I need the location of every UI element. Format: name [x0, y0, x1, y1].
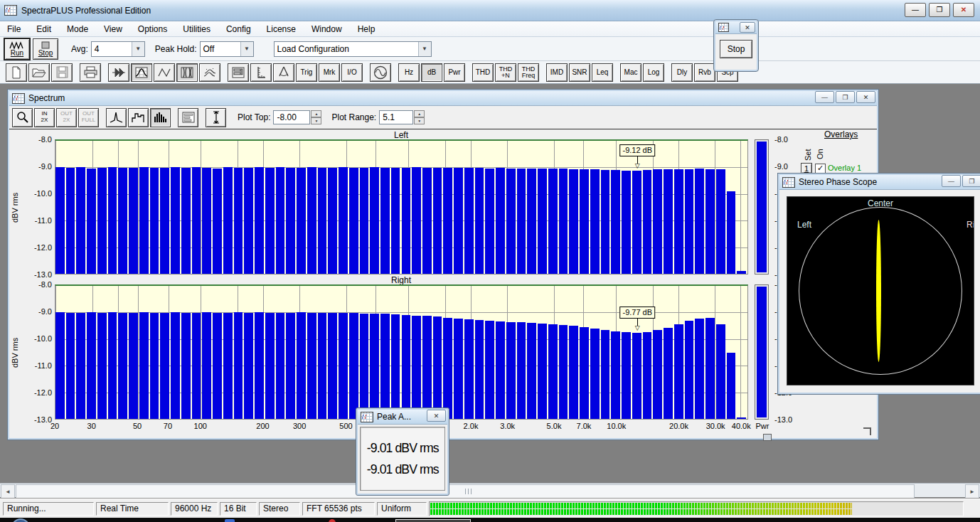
db-button[interactable]: dB: [421, 63, 442, 82]
leq-button[interactable]: Leq: [592, 63, 613, 82]
menu-file[interactable]: File: [7, 24, 21, 34]
avg-label: Avg:: [71, 44, 88, 54]
minimize-icon[interactable]: —: [905, 3, 926, 17]
spectrum-bar: [422, 316, 432, 419]
control-panel-button[interactable]: [228, 63, 249, 82]
horizontal-scrollbar[interactable]: ◄ ►: [0, 483, 980, 497]
open-file-button[interactable]: [28, 63, 50, 82]
menu-options[interactable]: Options: [138, 24, 167, 34]
maximize-icon[interactable]: ❐: [962, 175, 980, 187]
minimize-icon[interactable]: —: [942, 175, 961, 187]
delay-button[interactable]: Dly: [671, 63, 693, 82]
avg-combo[interactable]: 4 ▼: [91, 41, 145, 57]
vertical-scale-button[interactable]: [206, 108, 226, 127]
minimize-icon[interactable]: —: [815, 91, 834, 103]
pwr-button[interactable]: Pwr: [444, 63, 465, 82]
zoom-out-full-button[interactable]: OUT FULL: [78, 108, 99, 127]
thd-button[interactable]: THD: [472, 63, 494, 82]
spectrum-titlebar[interactable]: Spectrum: [9, 91, 877, 106]
spectrum-bar: [422, 168, 432, 274]
plot-top-spinner[interactable]: ▲▼: [311, 110, 321, 124]
imd-button[interactable]: IMD: [546, 63, 568, 82]
left-channel-plot[interactable]: -9.12 dB▽: [55, 139, 748, 275]
snr-button[interactable]: SNR: [569, 63, 590, 82]
x-tick-label: 200: [256, 422, 269, 430]
menu-utilities[interactable]: Utilities: [183, 24, 211, 34]
zoom-button[interactable]: [12, 108, 33, 127]
chevron-down-icon[interactable]: ▼: [132, 42, 144, 56]
close-icon[interactable]: ✕: [953, 3, 974, 17]
log-button[interactable]: Log: [643, 63, 664, 82]
spectrum-bar: [433, 168, 442, 274]
right-channel-plot[interactable]: -9.77 dB▽: [55, 284, 748, 420]
recorder-stop-button[interactable]: Stop: [720, 40, 752, 58]
stop-button[interactable]: Stop: [33, 38, 58, 60]
maximize-icon[interactable]: ❐: [836, 91, 855, 103]
menu-view[interactable]: View: [104, 24, 122, 34]
step-plot-button[interactable]: [128, 108, 149, 127]
menu-mode[interactable]: Mode: [67, 24, 88, 34]
scroll-left-icon[interactable]: ◄: [1, 484, 15, 499]
fast-forward-button[interactable]: [108, 63, 129, 82]
maximize-icon[interactable]: ❐: [929, 3, 950, 17]
save-button[interactable]: [51, 63, 73, 82]
zoom-out-2x-button[interactable]: OUT 2X: [56, 108, 77, 127]
menu-license[interactable]: License: [267, 24, 296, 34]
close-icon[interactable]: ✕: [427, 410, 446, 422]
menu-config[interactable]: Config: [226, 24, 251, 34]
macro-button[interactable]: Mac: [620, 63, 641, 82]
menu-help[interactable]: Help: [358, 24, 376, 34]
run-button[interactable]: Run: [4, 38, 30, 60]
menu-edit[interactable]: Edit: [36, 24, 51, 34]
line-plot-button[interactable]: [106, 108, 127, 127]
menu-window[interactable]: Window: [311, 24, 342, 34]
signal-generator-button[interactable]: [370, 63, 391, 82]
new-file-button[interactable]: [6, 63, 27, 82]
taskbar-app-icon[interactable]: [329, 519, 336, 522]
trigger-button[interactable]: Trig: [296, 63, 317, 82]
plot-top-input[interactable]: -8.00: [273, 110, 310, 124]
pwr-corner-grip[interactable]: [763, 434, 772, 441]
chevron-down-icon[interactable]: ▼: [240, 42, 253, 56]
close-icon[interactable]: ✕: [856, 91, 875, 103]
window-resize-grip[interactable]: [863, 427, 871, 435]
close-icon[interactable]: ✕: [740, 22, 755, 33]
spectrum-bar: [653, 330, 662, 419]
spectrum-view-button[interactable]: [131, 63, 152, 82]
plot-range-spinner[interactable]: ▲▼: [414, 110, 425, 124]
taskbar-active-app[interactable]: [395, 519, 471, 522]
thd-freq-button[interactable]: THD Freq: [518, 63, 539, 82]
chevron-down-icon[interactable]: ▼: [418, 42, 431, 56]
scrollbar-thumb[interactable]: [16, 484, 915, 499]
plot-options-button[interactable]: [178, 108, 198, 127]
plot-range-input[interactable]: 5.1: [379, 110, 413, 124]
spectrum-bar: [485, 169, 494, 274]
y-tick-label: -8.0: [38, 135, 52, 144]
x-tick-label: 30.0k: [706, 422, 725, 430]
spectrum-bar: [339, 313, 348, 419]
ruler-scale-button[interactable]: [250, 63, 272, 82]
load-configuration-combo[interactable]: Load Configuration ▼: [274, 41, 432, 57]
marker-button[interactable]: Mrk: [319, 63, 340, 82]
spectrum-bar: [664, 169, 673, 274]
x-tick-label: 5.0k: [547, 422, 562, 430]
taskbar-app-icon[interactable]: [225, 519, 235, 522]
thd-n-button[interactable]: THD +N: [495, 63, 516, 82]
waveform-view-button[interactable]: [154, 63, 175, 82]
print-button[interactable]: [80, 63, 101, 82]
left-y-axis-label: dBV rms: [11, 172, 19, 243]
spectrum-bar: [601, 330, 610, 419]
overlay-1-set-button[interactable]: 1: [801, 163, 812, 174]
hz-button[interactable]: Hz: [398, 63, 420, 82]
bar-plot-button[interactable]: [150, 108, 171, 127]
windows-taskbar[interactable]: [0, 518, 980, 522]
zoom-in-2x-button[interactable]: IN 2X: [34, 108, 55, 127]
peak-hold-combo[interactable]: Off ▼: [200, 41, 254, 57]
calipers-button[interactable]: [273, 63, 294, 82]
scroll-right-icon[interactable]: ►: [965, 484, 979, 499]
reverb-button[interactable]: Rvb: [694, 63, 715, 82]
spectrogram-view-button[interactable]: [176, 63, 198, 82]
start-orb-icon[interactable]: [11, 518, 30, 522]
surface-view-button[interactable]: [199, 63, 220, 82]
io-button[interactable]: I/O: [341, 63, 363, 82]
